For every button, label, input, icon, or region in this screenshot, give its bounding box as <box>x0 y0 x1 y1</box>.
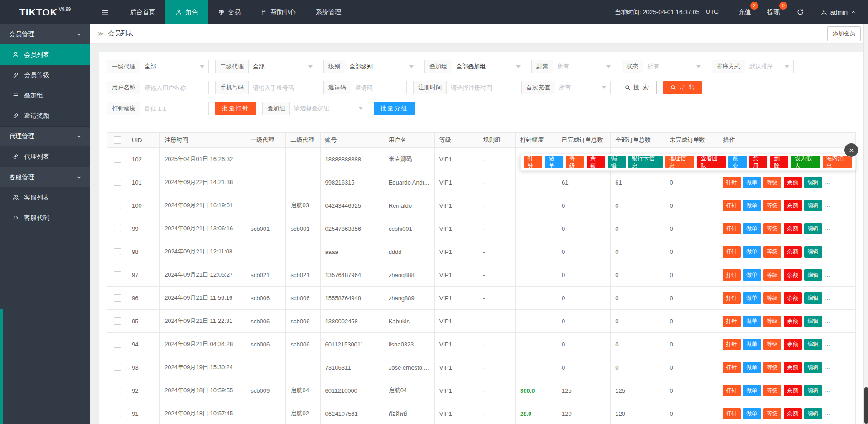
row-checkbox[interactable] <box>114 248 121 255</box>
more-actions-button[interactable]: ... <box>825 248 831 255</box>
filter-select-status[interactable]: 状态所有 <box>622 60 705 73</box>
row-action-button[interactable]: 做单 <box>743 408 761 419</box>
row-action-button[interactable]: 做单 <box>743 339 761 350</box>
row-action-button[interactable]: 等级 <box>763 385 781 396</box>
row-action-button[interactable]: 余额 <box>784 177 802 188</box>
popup-action-button[interactable]: 查看团队 <box>697 156 726 168</box>
sidebar-item-agent-list[interactable]: 代理列表 <box>0 146 90 167</box>
row-checkbox[interactable] <box>114 410 121 417</box>
nav-item-system[interactable]: 系统管理 <box>306 0 351 24</box>
row-action-button[interactable]: 编辑 <box>804 223 822 234</box>
row-action-button[interactable]: 打针 <box>723 339 741 350</box>
row-action-button[interactable]: 等级 <box>763 223 781 234</box>
row-checkbox[interactable] <box>114 317 121 325</box>
filter-select-stack-group[interactable]: 叠加组全部叠加组 <box>424 60 525 73</box>
row-action-button[interactable]: 编辑 <box>804 269 822 281</box>
row-action-button[interactable]: 等级 <box>763 292 781 304</box>
popup-action-button[interactable]: 编辑 <box>608 156 626 168</box>
nav-item-trade[interactable]: 交易 <box>208 0 251 24</box>
sidebar-item-invite-reward[interactable]: 邀请奖励 <box>0 106 90 126</box>
more-actions-button[interactable]: ... <box>825 317 831 324</box>
popup-action-button[interactable]: 地址信息 <box>665 156 694 168</box>
popup-action-button[interactable]: 等级 <box>566 156 584 168</box>
row-checkbox[interactable] <box>114 387 121 394</box>
row-action-button[interactable]: 做单 <box>743 200 761 211</box>
filter-select-level[interactable]: 级别全部级别 <box>323 60 418 73</box>
more-actions-button[interactable]: ... <box>825 364 831 370</box>
row-action-button[interactable]: 做单 <box>743 269 761 281</box>
popup-action-button[interactable]: 银行卡信息 <box>628 156 663 168</box>
more-actions-button[interactable]: ... <box>825 387 831 394</box>
sidebar-group-member-management[interactable]: 会员管理 <box>0 24 90 44</box>
sidebar-item-service-list[interactable]: 客服列表 <box>0 187 90 208</box>
row-action-button[interactable]: 打针 <box>723 200 741 211</box>
filter-select-second-agent[interactable]: 二级代理全部 <box>215 60 317 73</box>
row-action-button[interactable]: 编辑 <box>804 408 822 419</box>
row-action-button[interactable]: 编辑 <box>804 177 822 188</box>
page-scrollbar-thumb[interactable] <box>864 387 868 424</box>
row-action-button[interactable]: 余额 <box>784 292 802 304</box>
sidebar-group-service-management[interactable]: 客服管理 <box>0 167 90 187</box>
more-actions-button[interactable]: ... <box>825 410 831 417</box>
row-action-button[interactable]: 做单 <box>743 177 761 188</box>
row-action-button[interactable]: 做单 <box>743 362 761 373</box>
refresh-button[interactable] <box>788 8 812 16</box>
row-action-button[interactable]: 编辑 <box>804 246 822 258</box>
row-action-button[interactable]: 编辑 <box>804 292 822 304</box>
sidebar-item-service-code[interactable]: 客服代码 <box>0 208 90 228</box>
search-button[interactable]: 搜 索 <box>617 81 657 94</box>
filter-select-stack-group-select[interactable]: 叠加组请选择叠加组 <box>262 102 367 115</box>
sidebar-item-member-level[interactable]: 会员等级 <box>0 65 90 85</box>
row-action-button[interactable]: 等级 <box>763 177 781 188</box>
row-action-button[interactable]: 打针 <box>723 316 741 327</box>
row-action-button[interactable]: 打针 <box>723 177 741 188</box>
row-action-button[interactable]: 等级 <box>763 269 781 281</box>
row-action-button[interactable]: 余额 <box>784 385 802 396</box>
row-action-button[interactable]: 编辑 <box>804 339 822 350</box>
filter-select-first-agent[interactable]: 一级代理全部 <box>107 60 209 73</box>
row-action-button[interactable]: 余额 <box>784 246 802 258</box>
row-checkbox[interactable] <box>114 271 121 278</box>
row-action-button[interactable]: 打针 <box>723 223 741 234</box>
reg-time-input[interactable] <box>451 84 511 91</box>
popup-action-button[interactable]: 禁用 <box>749 156 767 168</box>
popup-action-button[interactable]: 站内消息 <box>823 156 852 168</box>
sidebar-scroll-thumb[interactable] <box>0 309 3 424</box>
filter-select-ban[interactable]: 封禁所有 <box>531 60 615 73</box>
row-action-button[interactable]: 等级 <box>763 246 781 258</box>
row-action-button[interactable]: 余额 <box>784 339 802 350</box>
popup-action-button[interactable]: 做单 <box>545 156 563 168</box>
more-actions-button[interactable]: ... <box>825 294 831 301</box>
row-action-button[interactable]: 余额 <box>784 200 802 211</box>
row-action-button[interactable]: 做单 <box>743 316 761 327</box>
filter-select-sort[interactable]: 排序方式默认排序 <box>712 60 794 73</box>
select-all-checkbox[interactable] <box>114 136 121 144</box>
row-action-button[interactable]: 等级 <box>763 200 781 211</box>
nav-item-roles[interactable]: 角色 <box>165 0 208 24</box>
more-actions-button[interactable]: ... <box>825 202 831 209</box>
row-action-button[interactable]: 等级 <box>763 362 781 373</box>
username-input[interactable] <box>145 84 204 91</box>
batch-inject-button[interactable]: 批量打针 <box>215 102 256 115</box>
sidebar-toggle-button[interactable] <box>90 0 120 24</box>
row-action-button[interactable]: 等级 <box>763 408 781 419</box>
row-action-button[interactable]: 打针 <box>723 292 741 304</box>
more-actions-button[interactable]: ... <box>825 271 831 278</box>
popup-close-button[interactable] <box>844 143 858 157</box>
row-checkbox[interactable] <box>114 202 121 209</box>
row-action-button[interactable]: 编辑 <box>804 200 822 211</box>
row-action-button[interactable]: 编辑 <box>804 362 822 373</box>
phone-input[interactable] <box>253 84 313 91</box>
invite-code-input[interactable] <box>355 84 402 91</box>
popup-action-button[interactable]: 设为假人 <box>791 156 820 168</box>
row-action-button[interactable]: 打针 <box>723 408 741 419</box>
sidebar-group-agent-management[interactable]: 代理管理 <box>0 126 90 146</box>
row-checkbox[interactable] <box>114 225 121 232</box>
sidebar-item-stack-group[interactable]: 叠加组 <box>0 85 90 106</box>
recharge-menu-item[interactable]: 充值 2 <box>730 8 759 16</box>
popup-action-button[interactable]: 打针 <box>524 156 542 168</box>
row-checkbox[interactable] <box>114 341 121 348</box>
row-checkbox[interactable] <box>114 156 121 163</box>
row-action-button[interactable]: 编辑 <box>804 316 822 327</box>
nav-item-home[interactable]: 后台首页 <box>120 0 165 24</box>
